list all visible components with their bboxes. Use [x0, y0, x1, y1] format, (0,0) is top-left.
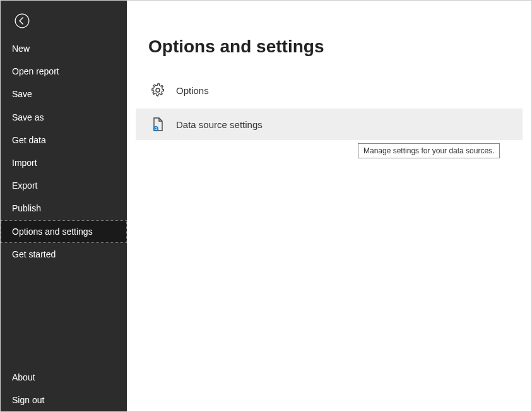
- sidebar-item-get-data[interactable]: Get data: [1, 129, 127, 151]
- sidebar-item-publish[interactable]: Publish: [1, 197, 127, 220]
- tooltip: Manage settings for your data sources.: [358, 143, 500, 158]
- gear-icon: [150, 82, 166, 98]
- svg-point-3: [155, 128, 157, 130]
- sidebar-bottom-menu: About Sign out: [1, 366, 127, 411]
- page-title: Options and settings: [148, 37, 531, 57]
- option-label: Data source settings: [176, 119, 263, 130]
- back-button[interactable]: [11, 9, 33, 32]
- main-panel: Options and settings Options: [127, 1, 531, 411]
- option-data-source-settings[interactable]: Data source settings: [136, 109, 523, 140]
- sidebar-item-import[interactable]: Import: [1, 151, 127, 174]
- sidebar-item-export[interactable]: Export: [1, 174, 127, 197]
- sidebar-item-sign-out[interactable]: Sign out: [1, 389, 127, 411]
- sidebar-item-new[interactable]: New: [1, 37, 127, 60]
- sidebar: New Open report Save Save as Get data Im…: [1, 1, 127, 411]
- data-source-icon: [150, 116, 166, 132]
- sidebar-item-open-report[interactable]: Open report: [1, 60, 127, 83]
- menu-spacer: [1, 266, 127, 366]
- sidebar-item-about[interactable]: About: [1, 366, 127, 389]
- svg-point-0: [15, 14, 29, 28]
- back-arrow-icon: [13, 12, 31, 30]
- sidebar-menu: New Open report Save Save as Get data Im…: [1, 37, 127, 411]
- svg-point-1: [156, 88, 160, 92]
- sidebar-item-save-as[interactable]: Save as: [1, 106, 127, 129]
- option-options[interactable]: Options: [136, 74, 523, 106]
- sidebar-item-options-and-settings[interactable]: Options and settings: [1, 220, 127, 243]
- sidebar-item-save[interactable]: Save: [1, 83, 127, 105]
- sidebar-item-get-started[interactable]: Get started: [1, 243, 127, 266]
- option-label: Options: [176, 85, 209, 96]
- options-list: Options Data source settings: [127, 74, 531, 140]
